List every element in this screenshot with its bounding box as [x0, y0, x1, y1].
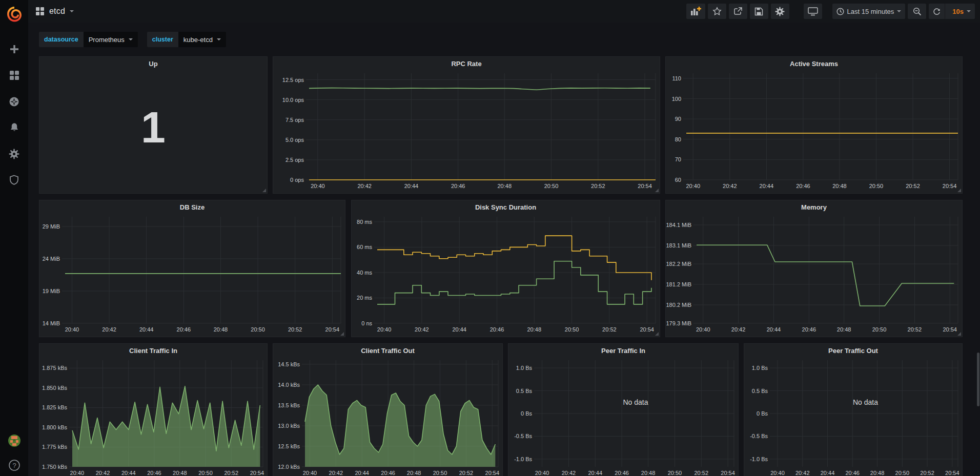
- svg-text:No data: No data: [623, 398, 648, 406]
- add-panel-button[interactable]: [686, 4, 705, 19]
- svg-text:24 MiB: 24 MiB: [43, 256, 60, 262]
- dashboards-icon[interactable]: [6, 69, 23, 82]
- svg-text:14.0 kBs: 14.0 kBs: [278, 382, 300, 388]
- server-admin-shield-icon[interactable]: [6, 173, 23, 187]
- svg-text:14.5 kBs: 14.5 kBs: [278, 361, 300, 367]
- svg-text:20:40: 20:40: [770, 470, 785, 476]
- svg-text:20:52: 20:52: [602, 326, 617, 333]
- svg-text:20:48: 20:48: [497, 183, 512, 189]
- alerting-bell-icon[interactable]: [6, 121, 23, 134]
- svg-text:182.2 MiB: 182.2 MiB: [666, 261, 691, 267]
- svg-text:19 MiB: 19 MiB: [43, 288, 60, 294]
- dashboard-settings-gear-icon[interactable]: [771, 4, 789, 19]
- svg-text:20:50: 20:50: [544, 183, 559, 189]
- active-streams-chart[interactable]: 6070809010011020:4020:4220:4420:4620:482…: [666, 70, 962, 193]
- client-traffic-in-chart[interactable]: 1.750 kBs1.775 kBs1.800 kBs1.825 kBs1.85…: [39, 357, 267, 476]
- panel-rpc-rate: RPC Rate 0 ops2.5 ops5.0 ops7.5 ops10.0 …: [273, 56, 660, 194]
- rpc-rate-chart[interactable]: 0 ops2.5 ops5.0 ops7.5 ops10.0 ops12.5 o…: [273, 70, 660, 193]
- svg-text:60: 60: [675, 177, 681, 183]
- svg-text:20:48: 20:48: [641, 470, 656, 476]
- svg-text:20:48: 20:48: [527, 326, 541, 333]
- stat-value: 1: [141, 102, 166, 153]
- panel-resize-handle[interactable]: [340, 332, 344, 336]
- panel-title[interactable]: Memory: [666, 200, 962, 214]
- svg-text:20:54: 20:54: [638, 183, 652, 189]
- panel-resize-handle[interactable]: [957, 332, 961, 336]
- svg-text:0 ns: 0 ns: [361, 320, 372, 326]
- vertical-scrollbar[interactable]: [977, 353, 979, 406]
- panel-resize-handle[interactable]: [655, 189, 659, 192]
- star-dashboard-button[interactable]: [708, 4, 726, 19]
- panel-memory: Memory 179.3 MiB180.2 MiB181.2 MiB182.2 …: [665, 200, 963, 337]
- panel-resize-handle[interactable]: [262, 189, 266, 192]
- svg-text:20:46: 20:46: [615, 470, 629, 476]
- svg-text:20:52: 20:52: [288, 326, 302, 333]
- panel-title[interactable]: Up: [39, 57, 267, 70]
- svg-text:110: 110: [672, 75, 681, 81]
- svg-text:80: 80: [675, 136, 681, 142]
- svg-text:20:46: 20:46: [845, 470, 860, 476]
- clock-icon: [836, 8, 844, 15]
- panel-resize-handle[interactable]: [655, 332, 659, 336]
- variable-label: datasource: [39, 32, 84, 47]
- explore-compass-icon[interactable]: [6, 95, 23, 108]
- variable-datasource[interactable]: datasource Prometheus: [39, 32, 138, 47]
- create-plus-icon[interactable]: [6, 43, 23, 56]
- panel-resize-handle[interactable]: [957, 189, 961, 192]
- svg-text:20:54: 20:54: [250, 470, 264, 476]
- svg-text:20:48: 20:48: [870, 470, 885, 476]
- help-icon[interactable]: ?: [6, 459, 23, 472]
- user-avatar[interactable]: [6, 434, 23, 447]
- svg-text:179.3 MiB: 179.3 MiB: [666, 320, 691, 326]
- peer-traffic-out-chart[interactable]: -1.0 Bs-0.5 Bs0 Bs0.5 Bs1.0 Bs20:4020:42…: [744, 357, 962, 476]
- dashboard-title[interactable]: etcd: [49, 7, 65, 16]
- svg-text:20:52: 20:52: [908, 326, 922, 333]
- svg-text:20:42: 20:42: [102, 326, 116, 333]
- title-caret-icon[interactable]: [70, 10, 74, 12]
- svg-text:7.5 ops: 7.5 ops: [285, 117, 304, 123]
- client-traffic-out-chart[interactable]: 12.0 kBs12.5 kBs13.0 kBs13.5 kBs14.0 kBs…: [273, 357, 502, 476]
- panel-title[interactable]: Active Streams: [666, 57, 962, 70]
- svg-text:40 ms: 40 ms: [357, 270, 372, 276]
- panel-title[interactable]: Client Traffic Out: [273, 344, 502, 357]
- svg-text:1.850 kBs: 1.850 kBs: [42, 385, 67, 391]
- svg-text:29 MiB: 29 MiB: [43, 223, 60, 230]
- svg-text:20:42: 20:42: [357, 183, 372, 189]
- panel-title[interactable]: Disk Sync Duration: [352, 200, 660, 214]
- panel-title[interactable]: RPC Rate: [273, 57, 660, 70]
- svg-text:-0.5 Bs: -0.5 Bs: [750, 433, 768, 439]
- panel-title[interactable]: DB Size: [39, 200, 345, 214]
- db-size-chart[interactable]: 14 MiB19 MiB24 MiB29 MiB20:4020:4220:442…: [39, 214, 345, 337]
- panel-up: Up 1: [39, 56, 268, 194]
- tv-cycle-view-button[interactable]: [804, 4, 822, 19]
- svg-text:20:40: 20:40: [535, 470, 549, 476]
- svg-text:20:44: 20:44: [821, 470, 835, 476]
- svg-text:20:52: 20:52: [906, 183, 920, 189]
- variable-value-dropdown[interactable]: Prometheus: [84, 32, 138, 47]
- grafana-logo-icon[interactable]: [0, 0, 28, 28]
- refresh-picker[interactable]: 10s: [929, 4, 975, 19]
- variable-value-dropdown[interactable]: kube-etcd: [178, 32, 226, 47]
- panel-title[interactable]: Client Traffic In: [39, 344, 267, 357]
- svg-text:20:54: 20:54: [485, 470, 500, 476]
- configuration-gear-icon[interactable]: [6, 147, 23, 160]
- time-range-picker[interactable]: Last 15 minutes: [832, 4, 906, 19]
- variable-cluster[interactable]: cluster kube-etcd: [147, 32, 226, 47]
- zoom-out-time-button[interactable]: [908, 4, 926, 19]
- share-dashboard-button[interactable]: [729, 4, 747, 19]
- peer-traffic-in-chart[interactable]: -1.0 Bs-0.5 Bs0 Bs0.5 Bs1.0 Bs20:4020:42…: [508, 357, 738, 476]
- variable-caret-icon: [129, 38, 133, 40]
- svg-text:20:46: 20:46: [147, 470, 161, 476]
- svg-text:20:46: 20:46: [796, 183, 810, 189]
- dashboard-grid-icon[interactable]: [35, 5, 45, 18]
- svg-text:-1.0 Bs: -1.0 Bs: [514, 456, 532, 462]
- memory-chart[interactable]: 179.3 MiB180.2 MiB181.2 MiB182.2 MiB183.…: [666, 214, 962, 337]
- panel-title[interactable]: Peer Traffic Out: [744, 344, 962, 357]
- svg-text:20:54: 20:54: [945, 470, 959, 476]
- svg-text:20:46: 20:46: [451, 183, 465, 189]
- save-dashboard-button[interactable]: [750, 4, 768, 19]
- svg-text:20:44: 20:44: [760, 183, 774, 189]
- panel-title[interactable]: Peer Traffic In: [508, 344, 738, 357]
- svg-text:20:44: 20:44: [139, 326, 154, 333]
- disk-sync-duration-chart[interactable]: 0 ns20 ms40 ms60 ms80 ms20:4020:4220:442…: [352, 214, 660, 337]
